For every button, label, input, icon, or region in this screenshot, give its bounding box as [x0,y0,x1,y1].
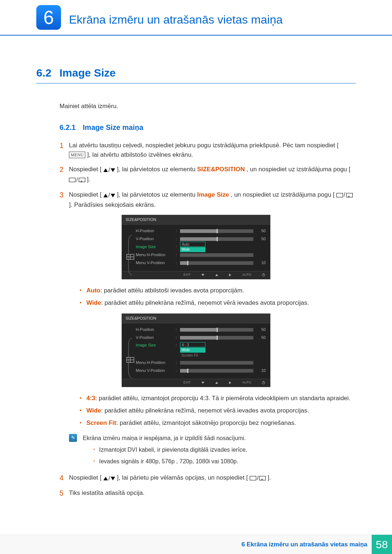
footer-chapter-text: 6 Ekrāna izmēru un atrašanās vietas maiņ… [241,540,372,549]
osd-label: H-Position [136,228,176,234]
osd-label: H-Position [136,327,176,333]
osd-value: 50 [253,335,266,341]
osd-slider [180,253,253,257]
osd-options: Auto Wide [180,242,205,253]
osd-panel-1: SIZE&POSITION H-Position: 50 V-Position:… [122,215,270,279]
osd-slider [180,229,253,233]
bullet-list-1: Auto: parādiet attēlu atbilstoši ievades… [80,286,356,308]
note-sub-1: Izmantojot DVI kabeli, ir pievienota dig… [94,446,356,454]
osd-value: 50 [253,228,266,234]
osd-up-icon [215,274,218,276]
step-5: 5 Tiks iestatīta atlasītā opcija. [60,488,356,498]
up-down-arrows-icon: / [103,474,115,483]
osd-right-icon [229,381,231,384]
osd-title: SIZE&POSITION [122,215,270,225]
step-text: , un nospiediet uz izstrādājuma pogu [ [231,191,335,198]
bullet-dot-icon [80,410,81,411]
bullet-list-2: 4:3: parādiet attēlu, izmantojot proporc… [80,394,356,428]
step-text: ]. [268,474,271,481]
osd-label: V-Position [136,236,176,242]
option-label: Screen Fit [86,419,116,426]
bullet-auto: Auto: parādiet attēlu atbilstoši ievades… [80,286,356,295]
step-text: ]. [87,176,90,183]
step-number: 4 [60,473,69,483]
grid-icon [126,254,134,260]
note-text: Ievades signāls ir 480p, 576p , 720p, 10… [99,457,238,466]
osd-value: 10 [253,260,266,266]
page-header: 6 Ekrāna izmēru un atrašanās vietas maiņ… [0,0,392,36]
bullet-dot-icon [80,422,81,423]
osd-label: Menu H-Position [136,360,176,366]
osd-row-menu-h-position: Menu H-Position: [136,359,266,366]
option-text: : parādiet attēlu pilnekrāna režīmā, neņ… [101,407,309,414]
page-content: 6.2 Image Size Mainiet attēla izmēru. 6.… [0,36,392,498]
note-intro: Ekrāna izmēru maiņa ir iespējama, ja ir … [83,434,356,443]
bullet-dot-icon [80,397,81,399]
option-text: : parādiet attēlu atbilstoši ievades avo… [101,287,244,294]
bullet-screen-fit: Screen Fit: parādiet attēlu, izmantojot … [80,418,356,428]
step-1: 1 Lai atvērtu taustiņu ceļvedi, nospiedi… [60,141,356,160]
bullet-dot-icon [94,449,95,450]
section-number: 6.2 [36,65,52,81]
option-label: Wide [86,299,101,306]
up-down-arrows-icon: / [103,165,115,175]
osd-slider [180,336,253,340]
osd-slider [180,361,253,365]
bullet-dot-icon [94,460,95,461]
page-footer: 6 Ekrāna izmēru un atrašanās vietas maiņ… [0,534,392,554]
section-intro: Mainiet attēla izmēru. [60,102,356,111]
option-text: : parādiet attēlu pilnekrāna režīmā, neņ… [101,299,309,306]
enter-buttons-icon: / [336,190,353,200]
osd-title: SIZE&POSITION [122,314,270,323]
osd-label-selected: Image Size [136,342,176,348]
osd-label: Menu V-Position [136,260,176,266]
step-text: Nospiediet [ [69,191,102,198]
osd-power-icon [262,381,265,384]
subsection-title: Image Size maiņa [83,123,143,131]
osd-auto-label: AUTO [242,272,251,278]
up-down-arrows-icon: / [103,190,115,200]
step-text: ], lai pārvietotos uz elementu [117,191,197,198]
step-4: 4 Nospiediet [ / ], lai pārietu pie vēla… [60,473,356,483]
osd-down-icon [201,274,204,276]
step-text: , un nospiediet uz izstrādājuma pogu [ [246,166,350,173]
osd-value: 50 [253,327,266,333]
enter-buttons-icon: / [69,175,85,185]
step-number: 1 [60,141,69,160]
osd-down-icon [201,382,204,384]
bullet-4-3: 4:3: parādiet attēlu, izmantojot proporc… [80,394,356,403]
option-label: Auto [86,287,101,294]
osd-exit-label: EXIT [183,380,191,385]
osd-slider [180,261,253,265]
osd-row-menu-v-position: Menu V-Position: 10 [136,259,266,267]
osd-option: Auto [180,242,205,247]
osd-row-h-position: H-Position: 50 [136,227,266,235]
step-text: ], lai atvērtu atbilstošo izvēlnes ekrān… [87,151,193,158]
menu-target-label: Image Size [197,191,229,198]
subsection-heading: 6.2.1 Image Size maiņa [60,122,356,133]
menu-target-label: SIZE&POSITION [197,166,245,173]
chapter-number-badge: 6 [36,5,61,30]
bullet-wide: Wide: parādiet attēlu pilnekrāna režīmā,… [80,406,356,415]
osd-label: V-Position [136,335,176,341]
note-icon [69,434,77,442]
step-text: Lai atvērtu taustiņu ceļvedi, nospiediet… [69,142,339,149]
step-text: Tiks iestatīta atlasītā opcija. [69,488,356,498]
osd-option-highlighted: Wide [180,348,205,353]
step-text: ], lai pārvietotos uz elementu [117,166,197,173]
osd-footer: EXIT AUTO [122,271,270,279]
note-block: Ekrāna izmēru maiņa ir iespējama, ja ir … [69,434,356,466]
osd-row-v-position: V-Position: 50 [136,334,266,341]
bullet-dot-icon [80,290,81,291]
osd-slider [180,237,253,241]
osd-footer: EXIT AUTO [122,379,270,387]
osd-slider [180,369,253,373]
menu-key-icon: MENU [69,152,85,158]
step-2: 2 Nospiediet [ / ], lai pārvietotos uz e… [60,165,356,185]
osd-option: 4 : 3 [180,342,205,347]
numbered-steps: 1 Lai atvērtu taustiņu ceļvedi, nospiedi… [60,141,356,210]
osd-label: Menu H-Position [136,252,176,258]
osd-auto-label: AUTO [242,380,251,385]
footer-page-number: 58 [372,535,392,554]
step-number: 5 [60,488,69,498]
